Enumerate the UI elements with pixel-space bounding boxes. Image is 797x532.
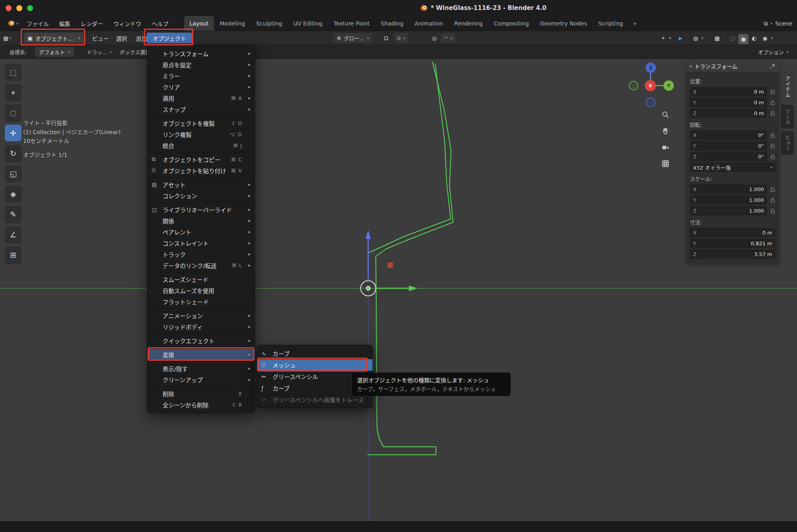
workspace-tab-layout[interactable]: Layout <box>184 16 214 31</box>
tool-move-button[interactable]: ✛ <box>5 125 22 141</box>
pin-icon[interactable] <box>770 63 775 69</box>
object-menu-item[interactable]: ⎘オブジェクトを貼り付け⌘ V <box>147 165 255 176</box>
object-menu-item[interactable]: コンストレイント▸ <box>147 237 255 248</box>
object-menu-item[interactable]: データのリンク/転送⌘ L▸ <box>147 260 255 271</box>
minimize-button[interactable] <box>16 5 22 11</box>
nav-axis-neg-y[interactable] <box>629 81 638 90</box>
sidebar-tab-1[interactable]: ツール <box>781 105 794 129</box>
active-gizmo-toggle[interactable]: ➤ <box>675 31 685 45</box>
transform-panel-header[interactable]: ▾ トランスフォーム <box>686 61 779 72</box>
transform-orientation-dropdown[interactable]: ⊕ グロー... ▾ <box>333 33 373 43</box>
proportional-editing-toggle[interactable]: ◎ <box>430 31 439 45</box>
snapping-dropdown[interactable]: ⊙ ▾ <box>394 33 408 43</box>
add-workspace-button[interactable]: + <box>628 16 641 31</box>
tool-select-circle-button[interactable]: ◌ <box>5 104 22 121</box>
menu-file[interactable]: ファイル <box>22 16 54 31</box>
object-menu-item[interactable]: ▤アセット▸ <box>147 179 255 190</box>
lock-icon[interactable] <box>770 111 775 116</box>
xray-toggle[interactable]: ▩ <box>712 31 722 45</box>
object-menu-item[interactable]: アニメーション▸ <box>147 310 255 321</box>
nav-axis-neg-z[interactable] <box>646 98 655 107</box>
navigation-gizmo[interactable]: Z Y X <box>629 63 674 107</box>
tool-measure-button[interactable]: ∠ <box>5 226 22 243</box>
shading-wireframe-button[interactable]: ◌ <box>728 31 738 45</box>
shading-solid-button[interactable]: ● <box>738 34 748 44</box>
zoom-view-button[interactable] <box>660 109 671 121</box>
object-menu-item[interactable]: 全シーンから削除⇧ X <box>147 399 255 410</box>
transform-field-x[interactable]: X0° <box>690 130 767 140</box>
editor-type-button[interactable]: ▦ ▾ <box>3 31 12 45</box>
object-menu-item[interactable]: 削除X <box>147 388 255 399</box>
transform-field-z[interactable]: Z0° <box>690 152 767 161</box>
object-menu-item[interactable]: クイックエフェクト▸ <box>147 335 255 346</box>
pan-view-button[interactable] <box>660 125 671 137</box>
object-menu-item[interactable]: ペアレント▸ <box>147 226 255 237</box>
move-gizmo-y-arrow[interactable] <box>409 286 418 291</box>
lock-icon[interactable] <box>770 100 775 105</box>
move-gizmo-z-arrow[interactable] <box>365 230 371 239</box>
object-menu-item[interactable]: リンク複製⌥ D <box>147 129 255 140</box>
sidebar-tab-0[interactable]: アイテム <box>781 71 794 102</box>
snap-toggle[interactable]: Ω <box>381 31 391 45</box>
object-menu-item[interactable]: 適用⌘ A▸ <box>147 92 255 104</box>
proportional-falloff-dropdown[interactable]: ◠ ▾ <box>441 33 455 43</box>
object-menu-item[interactable]: オブジェクトを複製⇧ D <box>147 117 255 129</box>
transform-field-y[interactable]: Y0° <box>690 141 767 151</box>
lock-icon[interactable] <box>770 187 775 192</box>
scene-selector[interactable]: ⧉ ▾ Scene <box>764 16 795 31</box>
object-menu-item[interactable]: フラットシェード <box>147 296 255 307</box>
toggle-ortho-button[interactable] <box>660 158 671 170</box>
object-menu-item[interactable]: 原点を設定▸ <box>147 59 255 70</box>
menu-select[interactable]: 選択 <box>112 31 131 45</box>
workspace-tab-animation[interactable]: Animation <box>409 16 448 31</box>
coordinate-system-dropdown[interactable]: デフォルト ▾ <box>35 47 74 57</box>
camera-view-button[interactable] <box>660 141 671 153</box>
lock-icon[interactable] <box>770 198 775 203</box>
rotation-mode-dropdown[interactable]: XYZ オイラー角▾ <box>690 162 775 172</box>
workspace-tab-compositing[interactable]: Compositing <box>488 16 534 31</box>
curve-control-point[interactable] <box>387 262 393 268</box>
drag-mode-dropdown[interactable]: ドラッ... ▾ <box>87 45 112 59</box>
convert-menu-item[interactable]: ∿カーブ <box>257 348 373 359</box>
transform-field-z[interactable]: Z3.57 m <box>690 249 775 259</box>
convert-menu-item[interactable]: ▽メッシュ <box>257 359 373 371</box>
viewport-3d[interactable]: Z Y X ⬚⌖◌✛↻◱◈✎∠⊞ ライト・平行投影 (1) Collection… <box>0 59 797 521</box>
menu-render[interactable]: レンダー <box>76 16 108 31</box>
object-menu-item[interactable]: 関係▸ <box>147 215 255 226</box>
object-menu-item[interactable]: ⧉オブジェクトをコピー⌘ C <box>147 154 255 165</box>
lock-icon[interactable] <box>770 143 775 149</box>
menu-view[interactable]: ビュー <box>88 31 112 45</box>
object-menu-item[interactable]: 変換▸ <box>147 349 255 360</box>
object-menu-item[interactable]: ◫ライブラリオーバーライド▸ <box>147 204 255 215</box>
object-menu-item[interactable]: コレクション▸ <box>147 190 255 201</box>
object-menu-item[interactable]: 統合⌘ J <box>147 140 255 151</box>
transform-field-x[interactable]: X0 m <box>690 87 767 96</box>
object-menu-item[interactable]: トランスフォーム▸ <box>147 48 255 59</box>
close-button[interactable] <box>6 5 12 11</box>
lock-icon[interactable] <box>770 154 775 159</box>
transform-field-x[interactable]: X1.000 <box>690 184 767 194</box>
object-menu-item[interactable]: ミラー▸ <box>147 70 255 81</box>
transform-field-z[interactable]: Z1.000 <box>690 206 767 215</box>
transform-field-y[interactable]: Y0.821 m <box>690 239 775 248</box>
object-menu-item[interactable]: 表示/隠す▸ <box>147 363 255 374</box>
zoom-button[interactable] <box>27 5 33 11</box>
workspace-tab-shading[interactable]: Shading <box>375 16 409 31</box>
menu-edit[interactable]: 編集 <box>54 16 76 31</box>
shading-rendered-button[interactable]: ◉ <box>760 31 770 45</box>
menu-help[interactable]: ヘルプ <box>147 16 174 31</box>
workspace-tab-geometry-nodes[interactable]: Geometry Nodes <box>534 16 593 31</box>
sidebar-tab-2[interactable]: ビュー <box>781 131 794 155</box>
workspace-tab-sculpting[interactable]: Sculpting <box>251 16 288 31</box>
menu-object[interactable]: オブジェクト <box>147 33 192 43</box>
options-dropdown[interactable]: オプション ▾ <box>758 45 789 59</box>
transform-field-y[interactable]: Y0 m <box>690 98 767 107</box>
object-menu-item[interactable]: トラック▸ <box>147 248 255 260</box>
object-menu-item[interactable]: クリア▸ <box>147 81 255 92</box>
tool-select-box-button[interactable]: ⬚ <box>5 64 22 80</box>
transform-field-z[interactable]: Z0 m <box>690 108 767 118</box>
transform-field-y[interactable]: Y1.000 <box>690 195 767 205</box>
menu-window[interactable]: ウィンドウ <box>108 16 147 31</box>
tool-cursor-button[interactable]: ⌖ <box>5 84 22 101</box>
shading-material-button[interactable]: ◐ <box>749 31 759 45</box>
